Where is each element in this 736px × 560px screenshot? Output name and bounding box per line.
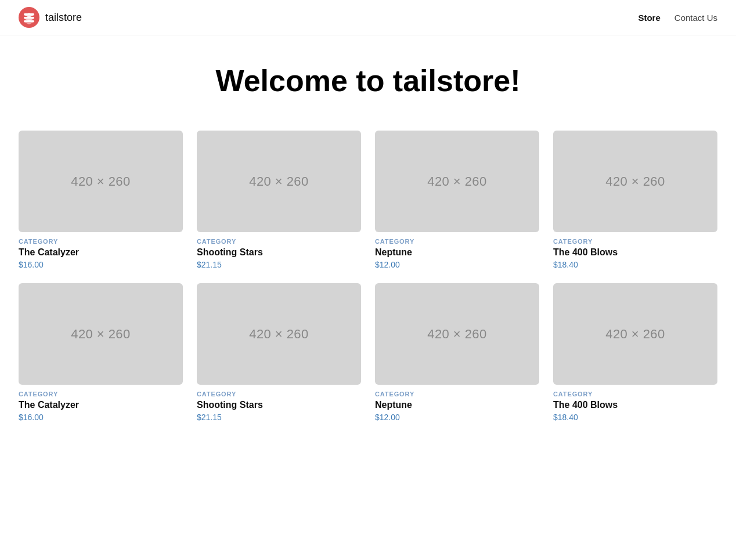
logo-icon [19, 7, 39, 28]
product-name: Neptune [375, 247, 539, 258]
product-card[interactable]: 420 × 260 CATEGORY Shooting Stars $21.15 [197, 283, 361, 422]
product-card[interactable]: 420 × 260 CATEGORY The 400 Blows $18.40 [553, 283, 717, 422]
product-image: 420 × 260 [19, 131, 183, 232]
product-category: CATEGORY [553, 391, 717, 398]
product-image: 420 × 260 [553, 283, 717, 385]
product-image: 420 × 260 [375, 283, 539, 385]
product-category: CATEGORY [553, 238, 717, 245]
product-name: The Catalyzer [19, 400, 183, 410]
product-price: $21.15 [197, 260, 361, 269]
product-grid-container: 420 × 260 CATEGORY The Catalyzer $16.00 … [0, 121, 736, 450]
product-card[interactable]: 420 × 260 CATEGORY The Catalyzer $16.00 [19, 131, 183, 269]
product-price: $18.40 [553, 413, 717, 422]
product-price: $12.00 [375, 413, 539, 422]
product-category: CATEGORY [375, 238, 539, 245]
hero-section: Welcome to tailstore! [0, 35, 736, 121]
product-category: CATEGORY [197, 391, 361, 398]
hero-title: Welcome to tailstore! [19, 63, 717, 98]
product-name: Shooting Stars [197, 247, 361, 258]
product-image: 420 × 260 [197, 283, 361, 385]
product-category: CATEGORY [197, 238, 361, 245]
product-name: Neptune [375, 400, 539, 410]
product-price: $18.40 [553, 260, 717, 269]
product-name: The 400 Blows [553, 400, 717, 410]
product-image: 420 × 260 [197, 131, 361, 232]
product-category: CATEGORY [375, 391, 539, 398]
product-name: The 400 Blows [553, 247, 717, 258]
product-price: $16.00 [19, 413, 183, 422]
product-name: Shooting Stars [197, 400, 361, 410]
product-category: CATEGORY [19, 391, 183, 398]
product-name: The Catalyzer [19, 247, 183, 258]
product-category: CATEGORY [19, 238, 183, 245]
nav: Store Contact Us [638, 13, 717, 23]
product-grid: 420 × 260 CATEGORY The Catalyzer $16.00 … [19, 131, 717, 422]
product-price: $12.00 [375, 260, 539, 269]
product-card[interactable]: 420 × 260 CATEGORY Neptune $12.00 [375, 283, 539, 422]
product-card[interactable]: 420 × 260 CATEGORY The 400 Blows $18.40 [553, 131, 717, 269]
product-image: 420 × 260 [375, 131, 539, 232]
logo-text: tailstore [45, 12, 82, 24]
product-price: $21.15 [197, 413, 361, 422]
product-price: $16.00 [19, 260, 183, 269]
product-card[interactable]: 420 × 260 CATEGORY Shooting Stars $21.15 [197, 131, 361, 269]
nav-contact-link[interactable]: Contact Us [674, 13, 717, 23]
product-card[interactable]: 420 × 260 CATEGORY Neptune $12.00 [375, 131, 539, 269]
product-card[interactable]: 420 × 260 CATEGORY The Catalyzer $16.00 [19, 283, 183, 422]
logo-area: tailstore [19, 7, 82, 28]
header: tailstore Store Contact Us [0, 0, 736, 35]
product-image: 420 × 260 [19, 283, 183, 385]
nav-store-link[interactable]: Store [638, 13, 660, 23]
product-image: 420 × 260 [553, 131, 717, 232]
